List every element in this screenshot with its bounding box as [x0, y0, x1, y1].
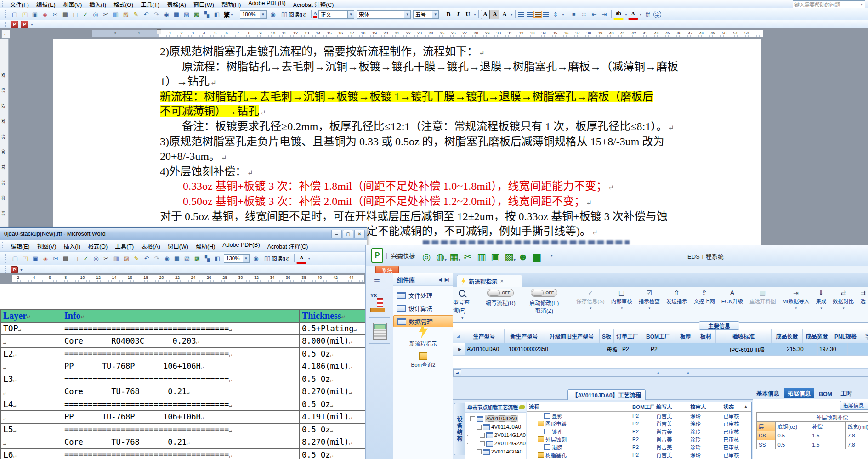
save-icon[interactable]: ▣ — [30, 10, 40, 19]
column-header[interactable]: PNL规格 — [831, 329, 860, 343]
read-mode-button[interactable]: ▯▯阅读(R) — [261, 254, 292, 263]
print-preview-icon[interactable]: ◻ — [70, 10, 80, 19]
tab-selector[interactable]: ⌐ — [1, 30, 10, 39]
new-doc-icon[interactable]: ▢ — [10, 254, 20, 263]
tree-item[interactable]: 2V0114G2A0 — [467, 439, 526, 448]
bullets-icon[interactable]: ∷ — [579, 10, 589, 19]
tree-item[interactable]: - 4V0114J0A0 — [467, 423, 526, 431]
toolbar-options-icon[interactable]: ▼ — [30, 23, 34, 26]
insert-table-icon[interactable]: ▧ — [182, 10, 192, 19]
line-spacing-button[interactable]: ⇕ — [550, 10, 561, 19]
hscrollbar[interactable]: ◄ ▲ ········· ▲ — [453, 368, 868, 377]
align-right-button[interactable] — [535, 12, 541, 17]
help-icon[interactable]: ◉ — [268, 10, 278, 19]
mail-icon[interactable]: ✉ — [50, 10, 60, 19]
flow-row[interactable]: 显影 P2 肖吉美 涂玲 已审核 — [527, 412, 751, 419]
splitter-handle[interactable]: ▲ ········· ▲ — [651, 370, 697, 375]
table-cell[interactable]: 母板 — [605, 343, 621, 356]
open-icon[interactable]: ◳ — [20, 254, 30, 263]
ext-tab[interactable]: 拓展信息 — [784, 388, 814, 398]
phonetic-guide-button[interactable]: 拼 — [643, 10, 653, 19]
tool-bom-query[interactable]: Bom查询2 — [393, 351, 453, 368]
grid-menu-icon[interactable]: ▩▼ — [502, 248, 516, 263]
table-cell[interactable] — [848, 343, 868, 356]
menu-item[interactable]: 格式(O) — [84, 241, 111, 251]
indent-marker[interactable] — [157, 29, 161, 34]
stackup-row[interactable]: L4↵ ===================================↵… — [1, 398, 367, 411]
column-header[interactable]: 验收标准 — [716, 329, 772, 343]
menu-item[interactable]: 帮助(H) — [192, 241, 219, 251]
menu-item[interactable]: 编辑(E) — [7, 241, 34, 251]
column-header[interactable]: 生产型号 — [464, 329, 505, 343]
ext-col-header[interactable]: 层 — [757, 422, 776, 431]
stackup-row[interactable]: L3↵ ===================================↵… — [1, 373, 367, 385]
tree-expander[interactable]: - — [477, 425, 482, 430]
numbering-icon[interactable]: ≡ — [569, 10, 579, 19]
tab-device-structure[interactable]: 设备结构 — [454, 403, 465, 455]
flow-row[interactable]: 图形电镀 P2 肖吉美 涂玲 已审核 — [527, 419, 751, 427]
insert-table-icon[interactable]: ▧ — [182, 254, 192, 263]
permission-icon[interactable]: ◈ — [40, 10, 50, 19]
tree-item[interactable]: 2V0114G0A0 — [467, 448, 526, 456]
italic-button[interactable]: I — [454, 10, 463, 19]
print-icon[interactable]: ▤ — [60, 10, 70, 19]
pin-right-icon[interactable]: ▶| — [445, 277, 449, 282]
column-header[interactable]: 成品长度 — [772, 329, 803, 343]
sort-asc-icon[interactable]: ▲ — [744, 404, 748, 408]
ext-tab[interactable]: 工时 — [837, 388, 856, 398]
undo-icon[interactable]: ↶ — [141, 10, 151, 19]
stackup-row[interactable]: ↵ PP TU-768P 106+106H↵ 4.191(mil)↵ — [1, 411, 367, 424]
read-mode-button[interactable]: ▯▯阅读(R) — [278, 10, 309, 19]
toggle-group[interactable]: OFF 启动修改(E) 取消(Z) — [522, 289, 566, 314]
insert-excel-icon[interactable]: ▩ — [192, 254, 202, 263]
toolbar-options-icon[interactable]: ▼ — [20, 268, 23, 272]
columns-icon[interactable]: ▚ — [202, 254, 212, 263]
tables-borders-icon[interactable]: ▦ — [172, 254, 182, 263]
print-icon[interactable]: ▤ — [61, 254, 71, 263]
menu-item[interactable]: 插入(I) — [60, 241, 84, 251]
toggle-group[interactable]: OFF 编写流程(R) — [479, 289, 522, 314]
menu-item[interactable]: 表格(A) — [137, 241, 164, 251]
help-question-input[interactable]: 键入需要帮助的问题▼ — [793, 0, 865, 8]
table-icon[interactable]: ▦▼ — [447, 248, 461, 263]
acrobat-comment-icon[interactable]: P — [21, 21, 28, 28]
column-header[interactable]: BOM工厂 — [641, 329, 675, 343]
spelling-icon[interactable]: ✓ — [81, 254, 91, 263]
tool-new-process-indication[interactable]: 新流程指示 — [393, 319, 453, 347]
stackup-doc-area[interactable]: Layer↵ Info↵ Thickness↵ TOP↵ ===========… — [0, 284, 366, 459]
save-icon[interactable]: ▣ — [30, 254, 40, 263]
print-preview-icon[interactable]: ◻ — [71, 254, 81, 263]
column-header[interactable]: S板 — [600, 329, 614, 343]
menu-item[interactable]: Acrobat 注释(C) — [264, 241, 312, 251]
tables-borders-icon[interactable]: ▦ — [171, 10, 182, 19]
select-all-corner[interactable]: ◢ — [457, 334, 460, 338]
menu-item[interactable]: Adobe PDF(B) — [219, 241, 263, 251]
flow-row[interactable]: 退膜 P2 肖吉美 涂玲 已审核 — [527, 443, 751, 451]
window-control-button[interactable]: ▢ — [343, 230, 353, 238]
enclose-character-button[interactable]: 字 — [653, 11, 661, 18]
column-header[interactable]: 订单工厂 — [614, 329, 641, 343]
table-cell[interactable] — [685, 343, 707, 356]
column-header[interactable]: 板厚 — [675, 329, 696, 343]
stackup-row[interactable]: ↵ Core TU-768 0.21↵ 8.270(mil)↵ — [1, 385, 367, 398]
find-icon[interactable]: ◎ — [91, 10, 101, 19]
table-cell[interactable]: IPC-6018 III级 — [728, 343, 785, 356]
table-cell[interactable]: 10011000023500 — [507, 343, 548, 356]
flow-row[interactable]: 外层蚀刻 P2 肖吉美 涂玲 已审核 — [527, 435, 751, 443]
char-scale-button[interactable]: A — [500, 10, 509, 19]
increase-indent-icon[interactable]: ⇥ — [599, 10, 609, 19]
format-painter-icon[interactable]: ✎ — [131, 254, 142, 263]
font-combobox[interactable]: 宋体▼ — [357, 10, 411, 19]
stackup-row[interactable]: ↵ Core RO4003C 0.203↵ 8.000(mil)↵ — [1, 335, 367, 348]
table-cell[interactable]: 197.30 — [818, 343, 848, 356]
scissors-icon[interactable]: ✂▼ — [461, 248, 475, 263]
hamburger-menu-icon[interactable]: ≡ — [374, 275, 380, 287]
acrobat-pdf-icon[interactable]: P — [11, 266, 18, 273]
insert-excel-icon[interactable]: ▩ — [192, 10, 202, 19]
align-distribute-button[interactable] — [543, 12, 549, 17]
help-icon[interactable]: ◉ — [251, 254, 261, 263]
stackup-row[interactable]: L2↵ ===================================↵… — [1, 347, 367, 360]
table-cell[interactable]: 215.30 — [785, 343, 818, 356]
film-icon[interactable]: ▥▼ — [475, 248, 488, 263]
toolbar-grip[interactable] — [5, 254, 8, 263]
